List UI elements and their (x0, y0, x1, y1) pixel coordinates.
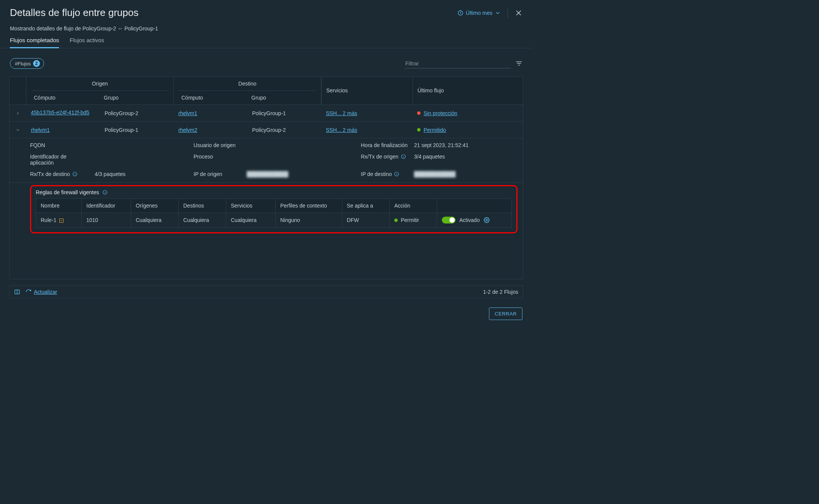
value-rxtx-origen: 3/4 paquetes (414, 154, 517, 160)
firewall-rule-row: Rule-1 1010 Cualquiera Cualquiera Cualqu… (36, 213, 511, 227)
cell-ultimo-flujo: Sin protección (413, 106, 523, 120)
fw-th-seaplica: Se aplica a (342, 199, 390, 212)
details-grid: FQDN Usuario de origen Hora de finalizac… (30, 142, 517, 177)
table-row: rhelvm1 PolicyGroup-1 rhelvm2 PolicyGrou… (10, 122, 523, 138)
cell-origen-computo: rhelvm1 (26, 123, 100, 137)
fw-cell-toggle: Activado (437, 213, 511, 227)
cell-destino-computo: rhelvm2 (174, 123, 248, 137)
tab-completed-flows[interactable]: Flujos completados (10, 37, 59, 48)
th-origen: Origen (26, 77, 173, 90)
chevron-down-icon (16, 128, 20, 132)
firewall-rules-title: Reglas de firewall vigentes (36, 189, 512, 195)
rule-status-icon (59, 219, 63, 223)
fw-cell-id: 1010 (82, 213, 131, 227)
cell-destino-grupo: PolicyGroup-1 (248, 106, 321, 120)
tab-active-flows[interactable]: Flujos activos (70, 37, 104, 48)
table-row: 45b137b5-e24f-412f-bd5 PolicyGroup-2 rhe… (10, 105, 523, 122)
gear-icon[interactable] (484, 217, 490, 223)
cell-servicios: SSH... 2 más (321, 106, 413, 120)
services-link[interactable]: SSH... 2 más (326, 127, 357, 133)
fw-cell-destinos: Cualquiera (179, 213, 226, 227)
chip-label: #Flujos (15, 61, 31, 67)
time-range-label: Último mes (466, 10, 492, 16)
fw-cell-seaplica: DFW (342, 213, 390, 227)
rule-enabled-toggle[interactable] (442, 217, 456, 223)
expand-row-button[interactable] (10, 111, 26, 116)
filter-icon[interactable] (516, 61, 522, 66)
header-divider (508, 7, 508, 19)
fw-cell-origenes: Cualquiera (131, 213, 179, 227)
firewall-table-header: Nombre Identificador Orígenes Destinos S… (36, 199, 511, 213)
compute-link[interactable]: rhelvm1 (178, 110, 197, 116)
th-servicios: Servicios (321, 77, 413, 105)
fw-cell-servicios: Cualquiera (226, 213, 276, 227)
header-right: Último mes (457, 7, 522, 19)
table-header: Origen Cómputo Grupo Destino Cómputo Gru… (10, 77, 523, 105)
cell-origen-grupo: PolicyGroup-2 (100, 106, 174, 120)
fw-th-contexto: Perfiles de contexto (276, 199, 342, 212)
fw-cell-contexto: Ninguno (276, 213, 342, 227)
label-rxtx-origen: Rx/Tx de origen (361, 154, 410, 160)
page-title: Detalles de flujo entre grupos (10, 7, 138, 19)
table-body: 45b137b5-e24f-412f-bd5 PolicyGroup-2 rhe… (10, 105, 523, 279)
th-group-destino: Destino Cómputo Grupo (174, 77, 321, 105)
th-origen-grupo: Grupo (101, 91, 169, 105)
services-link[interactable]: SSH... 2 más (326, 110, 357, 116)
refresh-button[interactable]: Actualizar (25, 289, 57, 295)
fw-th-id: Identificador (82, 199, 131, 212)
modal-subtitle: Mostrando detalles de flujo de PolicyGro… (0, 23, 532, 37)
filter-input[interactable] (405, 59, 511, 68)
table-footer: Actualizar 1-2 de 2 Flujos (9, 285, 523, 298)
fw-th-toggle (437, 199, 511, 212)
flows-table: Origen Cómputo Grupo Destino Cómputo Gru… (9, 76, 523, 279)
th-origen-computo: Cómputo (31, 91, 101, 105)
fw-cell-accion: Permitir (390, 213, 437, 227)
chevron-down-icon (495, 10, 501, 16)
value-rxtx-destino: 4/3 paquetes (95, 171, 190, 177)
time-range-selector[interactable]: Último mes (457, 10, 501, 16)
label-id-aplicacion: Identificador de aplicación (30, 154, 91, 166)
close-button[interactable]: CERRAR (489, 307, 522, 320)
info-icon[interactable] (102, 190, 108, 195)
clock-icon (457, 10, 463, 16)
cell-ultimo-flujo: Permitido (413, 123, 523, 137)
info-icon[interactable] (401, 154, 406, 159)
compute-link[interactable]: rhelvm2 (178, 127, 197, 133)
cell-destino-grupo: PolicyGroup-2 (248, 123, 321, 137)
compute-link[interactable]: 45b137b5-e24f-412f-bd5 (31, 109, 89, 116)
value-ip-destino: ███████████ (414, 171, 517, 177)
filter-area (405, 59, 522, 68)
fw-th-nombre: Nombre (36, 199, 82, 212)
fw-th-origenes: Orígenes (131, 199, 179, 212)
modal-actions: CERRAR (0, 298, 532, 328)
fw-cell-nombre: Rule-1 (36, 213, 82, 227)
th-destino: Destino (174, 77, 321, 90)
firewall-rules-table: Nombre Identificador Orígenes Destinos S… (36, 198, 512, 228)
cell-servicios: SSH... 2 más (321, 123, 413, 137)
action-dot-icon (394, 219, 398, 222)
toggle-label: Activado (459, 217, 480, 223)
status-link[interactable]: Permitido (424, 127, 446, 133)
value-hora-fin: 21 sept 2023, 21:52:41 (414, 142, 517, 148)
th-destino-grupo: Grupo (248, 91, 316, 105)
th-destino-computo: Cómputo (178, 91, 248, 105)
th-expand (10, 77, 26, 105)
flows-count-chip[interactable]: #Flujos 2 (10, 58, 44, 69)
chip-count: 2 (33, 60, 40, 67)
footer-left: Actualizar (14, 289, 57, 295)
cell-origen-grupo: PolicyGroup-1 (100, 123, 174, 137)
collapse-row-button[interactable] (10, 128, 26, 132)
fw-th-servicios: Servicios (226, 199, 276, 212)
status-dot-icon (417, 128, 421, 132)
close-icon[interactable] (515, 9, 522, 17)
info-icon[interactable] (394, 171, 399, 177)
firewall-rules-section: Reglas de firewall vigentes Nombre Ident… (30, 185, 517, 233)
columns-icon[interactable] (14, 289, 20, 295)
info-icon[interactable] (72, 171, 78, 177)
label-proceso: Proceso (194, 154, 243, 160)
value-ip-origen: ███████████ (247, 171, 357, 177)
compute-link[interactable]: rhelvm1 (31, 127, 50, 133)
status-link[interactable]: Sin protección (424, 110, 457, 116)
modal-header: Detalles de flujo entre grupos Último me… (0, 0, 532, 23)
fw-th-destinos: Destinos (179, 199, 226, 212)
